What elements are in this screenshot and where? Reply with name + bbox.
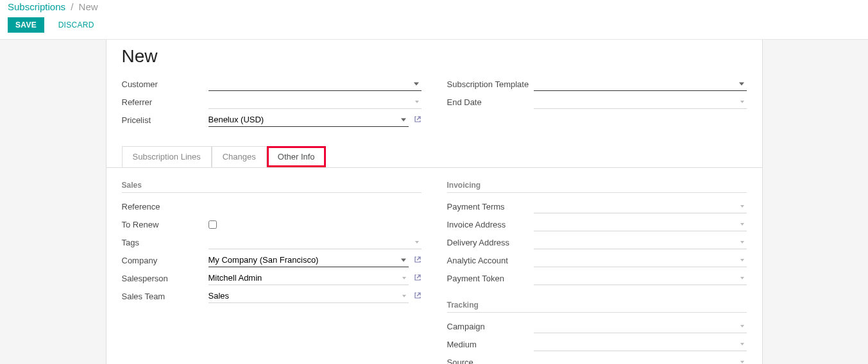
field-label-salesperson: Salesperson — [122, 274, 208, 283]
field-input-analytic-account[interactable] — [534, 253, 747, 267]
external-link-icon[interactable] — [414, 292, 421, 301]
breadcrumb-parent-link[interactable]: Subscriptions — [8, 1, 65, 12]
field-label-medium: Medium — [447, 340, 534, 349]
external-link-icon[interactable] — [414, 256, 421, 265]
field-label-payment-terms: Payment Terms — [447, 202, 534, 211]
field-row-payment-terms: Payment Terms — [447, 199, 747, 213]
tab-subscription-lines[interactable]: Subscription Lines — [122, 146, 212, 167]
field-row-medium: Medium — [447, 337, 747, 351]
field-row-salesperson: Salesperson — [122, 271, 421, 285]
field-input-campaign[interactable] — [534, 319, 747, 333]
field-input-source[interactable] — [534, 355, 747, 364]
field-input-reference[interactable] — [208, 199, 421, 213]
field-input-sales-team[interactable] — [208, 289, 409, 303]
content-scroll-area[interactable]: New Customer Referrer Pricelist Subscrip… — [0, 40, 868, 364]
field-label-tags: Tags — [122, 238, 208, 247]
field-input-end-date[interactable] — [534, 95, 747, 109]
field-row-pricelist: Pricelist — [122, 113, 421, 127]
field-input-payment-terms[interactable] — [534, 199, 747, 213]
field-row-to-renew: To Renew — [122, 217, 421, 231]
checkbox-to-renew[interactable] — [208, 220, 217, 229]
field-row-end-date: End Date — [447, 95, 747, 109]
tab-changes[interactable]: Changes — [212, 146, 267, 167]
field-input-salesperson[interactable] — [208, 271, 409, 285]
tabs-row: Subscription LinesChangesOther Info — [122, 146, 747, 167]
page-title: New — [122, 40, 747, 77]
field-row-sales-team: Sales Team — [122, 289, 421, 303]
field-input-company[interactable] — [208, 253, 409, 267]
field-row-tags: Tags — [122, 235, 421, 249]
breadcrumb-current: New — [79, 1, 98, 12]
field-input-referrer[interactable] — [208, 95, 421, 109]
field-input-tags[interactable] — [208, 235, 421, 249]
field-label-company: Company — [122, 256, 208, 265]
field-input-pricelist[interactable] — [208, 113, 409, 127]
field-row-company: Company — [122, 253, 421, 267]
field-row-invoice-address: Invoice Address — [447, 217, 747, 231]
field-input-subscription-template[interactable] — [534, 77, 747, 91]
field-label-customer: Customer — [122, 79, 208, 89]
external-link-icon[interactable] — [414, 274, 421, 283]
field-row-subscription-template: Subscription Template — [447, 77, 747, 91]
field-input-medium[interactable] — [534, 337, 747, 351]
field-row-payment-token: Payment Token — [447, 271, 747, 285]
external-link-icon[interactable] — [414, 115, 421, 125]
discard-button[interactable]: DISCARD — [51, 17, 102, 33]
field-label-source: Source — [447, 358, 534, 365]
field-label-subscription-template: Subscription Template — [447, 79, 534, 89]
field-label-end-date: End Date — [447, 97, 534, 107]
field-input-payment-token[interactable] — [534, 271, 747, 285]
field-input-delivery-address[interactable] — [534, 235, 747, 249]
field-input-invoice-address[interactable] — [534, 217, 747, 231]
field-row-reference: Reference — [122, 199, 421, 213]
section-heading-tracking: Tracking — [447, 301, 747, 313]
section-heading-invoicing: Invoicing — [447, 181, 747, 193]
field-label-to-renew: To Renew — [122, 220, 208, 229]
field-input-customer[interactable] — [208, 77, 421, 91]
field-label-reference: Reference — [122, 202, 208, 211]
field-row-analytic-account: Analytic Account — [447, 253, 747, 267]
field-row-delivery-address: Delivery Address — [447, 235, 747, 249]
field-label-delivery-address: Delivery Address — [447, 238, 534, 247]
breadcrumb-separator: / — [71, 1, 73, 12]
section-heading-sales: Sales — [122, 181, 421, 193]
field-label-invoice-address: Invoice Address — [447, 220, 534, 229]
field-label-sales-team: Sales Team — [122, 292, 208, 301]
field-row-referrer: Referrer — [122, 95, 421, 109]
field-row-customer: Customer — [122, 77, 421, 91]
field-label-payment-token: Payment Token — [447, 274, 534, 283]
field-label-referrer: Referrer — [122, 97, 208, 107]
breadcrumb: Subscriptions / New — [8, 1, 860, 12]
field-label-analytic-account: Analytic Account — [447, 256, 534, 265]
field-label-pricelist: Pricelist — [122, 115, 208, 125]
field-label-campaign: Campaign — [447, 322, 534, 331]
field-row-campaign: Campaign — [447, 319, 747, 333]
tab-other-info[interactable]: Other Info — [267, 146, 326, 167]
save-button[interactable]: SAVE — [8, 17, 44, 33]
field-row-source: Source — [447, 355, 747, 364]
form-sheet: New Customer Referrer Pricelist Subscrip… — [106, 40, 763, 364]
